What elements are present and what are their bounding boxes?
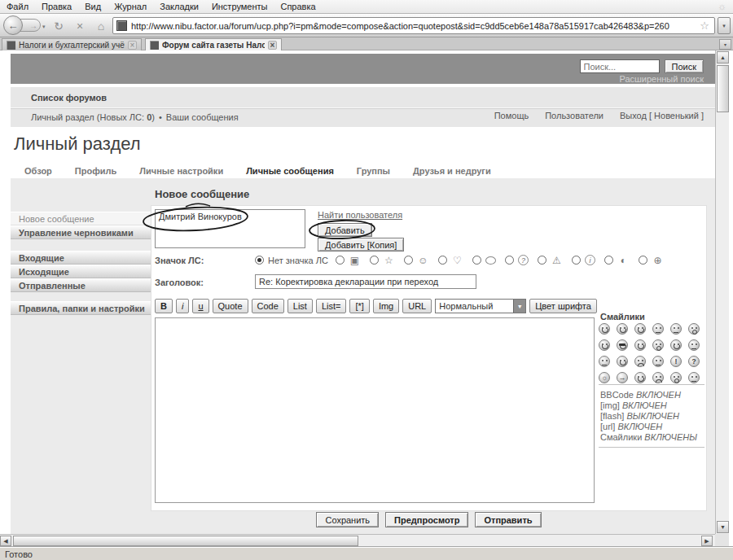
smiley-embarrassed-icon[interactable] [670,323,682,335]
sidebar-item-drafts[interactable]: Управление черновиками [11,225,151,239]
tab-overview[interactable]: Обзор [24,166,52,176]
message-body-textarea[interactable] [155,317,595,503]
search-button[interactable]: Поиск [665,59,704,73]
smiley-neutral-icon[interactable] [688,339,700,351]
tab-groups[interactable]: Группы [357,166,390,176]
radio-pm-icon-heart[interactable] [438,256,447,265]
radio-pm-icon-info[interactable] [572,256,581,265]
radio-pm-icon-disk[interactable] [604,256,613,265]
scroll-right-icon[interactable]: ▶ [701,536,713,546]
radio-pm-icon-smiley[interactable] [404,256,413,265]
radio-pm-icon-gift[interactable] [336,256,345,265]
smiley-happy-icon[interactable] [670,339,682,351]
menu-history[interactable]: Журнал [108,2,153,11]
smiley-smirk-icon[interactable] [599,356,610,367]
smiley-shock-icon[interactable] [670,372,682,383]
bb-list-item-button[interactable]: [*] [349,299,369,313]
smiley-lol-icon[interactable] [634,339,646,351]
smiley-eek-icon[interactable] [688,323,700,335]
radio-no-icon[interactable] [255,256,264,265]
horizontal-scroll-thumb[interactable] [13,536,358,546]
smiley-wink-icon[interactable] [634,323,646,335]
sidebar-item-inbox[interactable]: Входящие [11,251,151,265]
bb-url-button[interactable]: URL [402,299,432,313]
bb-code-button[interactable]: Code [252,299,284,313]
menu-tools[interactable]: Инструменты [205,2,274,11]
smiley-evil-icon[interactable] [634,356,646,367]
menu-file[interactable]: Файл [0,2,35,11]
url-dropdown-button[interactable]: ▾ [718,17,731,34]
back-button[interactable]: ← [3,15,23,35]
forums-list-link[interactable]: Список форумов [31,93,107,103]
vertical-scroll-thumb[interactable] [717,65,729,112]
smiley-grin-icon[interactable] [652,323,664,335]
history-dropdown-icon[interactable]: ▾ [42,24,46,30]
smiley-mad-icon[interactable] [652,372,664,383]
smiley-surprised-icon[interactable] [652,339,664,351]
search-input[interactable] [580,59,660,73]
menu-bookmarks[interactable]: Закладки [153,2,205,11]
tab-list-button[interactable]: ▾ [719,39,731,50]
bb-underline-button[interactable]: u [192,299,208,313]
sidebar-item-sent[interactable]: Отправленные [11,278,151,292]
submit-button[interactable]: Отправить [475,512,541,527]
bb-quote-button[interactable]: Quote [213,299,248,313]
tab-nalogi[interactable]: Налоги и бухгалтерский учёт × [2,38,142,50]
advanced-search-link[interactable]: Расширенный поиск [619,74,704,84]
bb-list-eq-button[interactable]: List= [316,299,347,313]
tab-profile[interactable]: Профиль [75,166,116,176]
tab-forum-active[interactable]: Форум сайта газеты Налоги и б... × [145,38,282,50]
subject-input[interactable] [255,274,476,289]
your-messages-link[interactable]: Ваши сообщения [166,112,239,122]
smiley-cool-icon[interactable] [617,339,628,351]
smiley-sleepy-icon[interactable] [652,356,664,367]
stop-button[interactable]: × [72,18,88,34]
sidebar-item-outbox[interactable]: Исходящие [11,265,151,278]
help-link[interactable]: Помощь [494,111,529,120]
preview-button[interactable]: Предпросмотр [385,512,468,527]
bookmark-star-icon[interactable]: ☆ [700,20,709,32]
smiley-arrow-icon[interactable]: → [617,372,628,383]
radio-pm-icon-globe[interactable] [639,256,647,265]
logout-link[interactable]: Выход [ Новенький ] [620,111,704,120]
smiley-smile-icon[interactable] [617,323,628,335]
menu-edit[interactable]: Правка [35,2,78,11]
smiley-idea-icon[interactable]: ☼ [599,372,610,383]
tab-friends-foes[interactable]: Друзья и недруги [413,166,491,176]
reload-button[interactable]: ↻ [50,18,67,34]
smiley-exclaim-icon[interactable]: ! [670,356,682,367]
add-recipient-button[interactable]: Добавить [318,223,372,237]
tab-private-messages[interactable]: Личные сообщения [246,166,334,176]
users-link[interactable]: Пользователи [545,111,604,120]
scroll-up-icon[interactable]: ▲ [717,51,729,63]
menu-view[interactable]: Вид [78,2,108,11]
smiley-crazy-icon[interactable] [599,339,610,351]
recipient-textarea[interactable]: Дмитрий Винокуров [155,209,305,248]
bb-bold-button[interactable]: B [155,299,173,313]
add-copy-recipient-button[interactable]: Добавить [Копия] [318,238,404,252]
smiley-geek-icon[interactable] [688,372,700,383]
radio-pm-icon-question[interactable] [505,256,514,265]
vertical-scrollbar[interactable]: ▲ ▼ [715,50,729,534]
sidebar-item-rules-folders[interactable]: Правила, папки и настройки [11,301,151,315]
home-button[interactable]: ⌂ [93,18,109,34]
radio-pm-icon-speech[interactable] [472,256,481,265]
address-bar[interactable]: ☆ [112,17,715,34]
radio-pm-icon-warning[interactable] [538,256,546,265]
smiley-razz-icon[interactable] [634,372,646,383]
font-color-button[interactable]: Цвет шрифта [529,299,597,313]
bb-italic-button[interactable]: i [176,299,189,313]
horizontal-scrollbar[interactable]: ◀ ▶ [0,534,715,547]
tab-preferences[interactable]: Личные настройки [139,166,223,176]
bb-img-button[interactable]: Img [373,299,399,313]
smiley-twisted-icon[interactable] [617,356,628,367]
personal-section-link[interactable]: Личный раздел (Новых ЛС: 0) [31,112,155,122]
scroll-down-icon[interactable]: ▼ [717,521,729,533]
tab-close-icon[interactable]: × [128,41,137,50]
sidebar-item-new-message[interactable]: Новое сообщение [11,212,151,225]
smiley-very-happy-icon[interactable] [599,323,610,335]
tab-close-icon[interactable]: × [268,41,277,50]
save-button[interactable]: Сохранить [316,512,379,527]
bb-list-button[interactable]: List [287,299,313,313]
radio-pm-icon-star[interactable] [370,256,379,265]
